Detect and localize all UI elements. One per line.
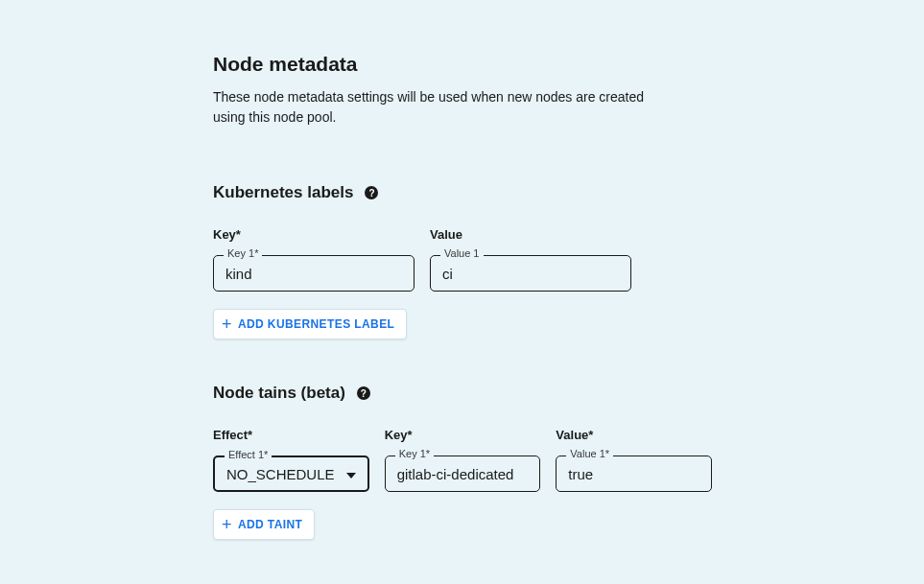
add-taint-text: ADD TAINT xyxy=(238,518,302,531)
labels-value-field[interactable]: Value 1 xyxy=(430,255,631,292)
page-title: Node metadata xyxy=(213,53,712,76)
taints-section-title: Node tains (beta) xyxy=(213,384,345,403)
taints-effect-float-label: Effect 1* xyxy=(225,449,272,460)
kubernetes-labels-section: Kubernetes labels ? Key* Key 1* Value Va… xyxy=(213,183,712,339)
labels-key-field[interactable]: Key 1* xyxy=(213,255,415,292)
node-taints-section: Node tains (beta) ? Effect* Effect 1* NO… xyxy=(213,384,712,540)
taints-effect-header: Effect* xyxy=(213,428,369,442)
add-kubernetes-label-text: ADD KUBERNETES LABEL xyxy=(238,317,394,331)
labels-key-header: Key* xyxy=(213,227,415,242)
taints-value-header: Value* xyxy=(556,428,712,442)
plus-icon: + xyxy=(222,315,232,333)
taints-key-header: Key* xyxy=(385,428,541,442)
labels-value-header: Value xyxy=(430,227,631,242)
labels-key-float-label: Key 1* xyxy=(224,247,262,259)
labels-value-float-label: Value 1 xyxy=(440,247,484,259)
taints-effect-value: NO_SCHEDULE xyxy=(226,466,335,482)
help-icon[interactable]: ? xyxy=(357,386,370,400)
labels-value-input[interactable] xyxy=(442,266,619,282)
taints-value-input[interactable] xyxy=(568,466,699,482)
taints-key-float-label: Key 1* xyxy=(395,448,434,459)
taints-effect-select[interactable]: Effect 1* NO_SCHEDULE xyxy=(213,456,369,492)
labels-section-title: Kubernetes labels xyxy=(213,183,353,202)
labels-key-input[interactable] xyxy=(225,266,402,282)
taints-value-field[interactable]: Value 1* xyxy=(556,456,712,492)
page-description: These node metadata settings will be use… xyxy=(213,87,674,128)
plus-icon: + xyxy=(222,516,232,533)
taints-value-float-label: Value 1* xyxy=(566,448,613,459)
chevron-down-icon xyxy=(346,465,356,482)
add-kubernetes-label-button[interactable]: + ADD KUBERNETES LABEL xyxy=(213,309,407,339)
taints-key-input[interactable] xyxy=(397,466,529,482)
help-icon[interactable]: ? xyxy=(365,186,378,199)
add-taint-button[interactable]: + ADD TAINT xyxy=(213,509,315,540)
taints-key-field[interactable]: Key 1* xyxy=(385,456,541,492)
